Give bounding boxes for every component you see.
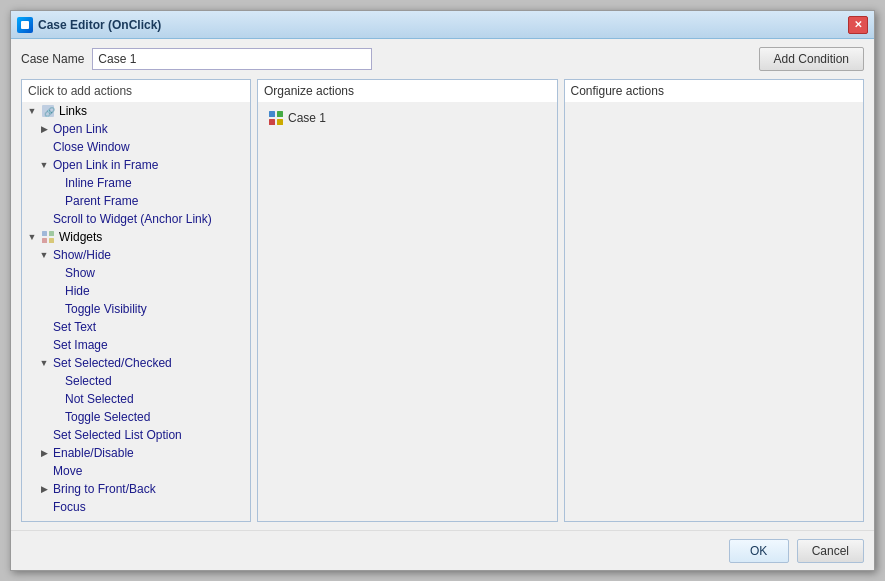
- tree-item-show-hide[interactable]: ▼ Show/Hide: [22, 246, 250, 264]
- case-name-label: Case Name: [21, 52, 84, 66]
- organize-case-item[interactable]: Case 1: [264, 108, 551, 128]
- set-image-label: Set Image: [53, 338, 108, 352]
- bottom-bar: OK Cancel: [11, 530, 874, 570]
- bring-to-front-back-label: Bring to Front/Back: [53, 482, 156, 496]
- links-icon: 🔗: [41, 104, 55, 118]
- tree-item-parent-frame[interactable]: ▶ Parent Frame: [22, 192, 250, 210]
- parent-frame-label: Parent Frame: [65, 194, 138, 208]
- tree-item-show[interactable]: ▶ Show: [22, 264, 250, 282]
- svg-rect-4: [42, 238, 47, 243]
- svg-text:🔗: 🔗: [44, 106, 55, 118]
- tree-item-enable-disable[interactable]: ▶ Enable/Disable: [22, 444, 250, 462]
- tree-area: ▼ 🔗 Links ▶ Open Link ▶: [22, 102, 250, 521]
- middle-panel: Organize actions Case 1: [257, 79, 558, 522]
- organize-case-label: Case 1: [288, 111, 326, 125]
- right-panel: Configure actions: [564, 79, 865, 522]
- selected-label: Selected: [65, 374, 112, 388]
- collapse-icon5: ▼: [38, 357, 50, 369]
- left-panel-header: Click to add actions: [22, 80, 250, 102]
- case-name-input[interactable]: [92, 48, 372, 70]
- move-label: Move: [53, 464, 82, 478]
- collapse-icon2: ▼: [38, 159, 50, 171]
- set-selected-checked-label: Set Selected/Checked: [53, 356, 172, 370]
- window-icon: [17, 17, 33, 33]
- panels-row: Click to add actions ▼ 🔗 Links: [21, 79, 864, 522]
- svg-rect-2: [42, 231, 47, 236]
- svg-rect-5: [49, 238, 54, 243]
- links-label: Links: [59, 104, 87, 118]
- tree-item-toggle-selected[interactable]: ▶ Toggle Selected: [22, 408, 250, 426]
- show-label: Show: [65, 266, 95, 280]
- organize-content: Case 1: [258, 102, 557, 521]
- tree-item-set-text[interactable]: ▶ Set Text: [22, 318, 250, 336]
- widgets-label: Widgets: [59, 230, 102, 244]
- tree-item-set-image[interactable]: ▶ Set Image: [22, 336, 250, 354]
- open-link-in-frame-label: Open Link in Frame: [53, 158, 158, 172]
- tree-item-toggle-visibility[interactable]: ▶ Toggle Visibility: [22, 300, 250, 318]
- collapse-icon4: ▼: [38, 249, 50, 261]
- expand-icon2: ▶: [38, 447, 50, 459]
- show-hide-label: Show/Hide: [53, 248, 111, 262]
- tree-item-focus[interactable]: ▶ Focus: [22, 498, 250, 516]
- tree-item-links[interactable]: ▼ 🔗 Links: [22, 102, 250, 120]
- toggle-selected-label: Toggle Selected: [65, 410, 150, 424]
- svg-rect-8: [269, 119, 275, 125]
- right-panel-header: Configure actions: [565, 80, 864, 102]
- ok-button[interactable]: OK: [729, 539, 789, 563]
- svg-rect-3: [49, 231, 54, 236]
- middle-panel-header: Organize actions: [258, 80, 557, 102]
- tree-item-not-selected[interactable]: ▶ Not Selected: [22, 390, 250, 408]
- svg-rect-7: [277, 111, 283, 117]
- case-item-icon: [268, 110, 284, 126]
- inline-frame-label: Inline Frame: [65, 176, 132, 190]
- cancel-button[interactable]: Cancel: [797, 539, 864, 563]
- toggle-visibility-label: Toggle Visibility: [65, 302, 147, 316]
- scroll-to-widget-label: Scroll to Widget (Anchor Link): [53, 212, 212, 226]
- set-selected-list-option-label: Set Selected List Option: [53, 428, 182, 442]
- tree-item-close-window[interactable]: ▶ Close Window: [22, 138, 250, 156]
- tree-item-set-selected-checked[interactable]: ▼ Set Selected/Checked: [22, 354, 250, 372]
- case-name-row: Case Name Add Condition: [21, 47, 864, 71]
- widgets-icon: [41, 230, 55, 244]
- focus-label: Focus: [53, 500, 86, 514]
- left-panel: Click to add actions ▼ 🔗 Links: [21, 79, 251, 522]
- svg-rect-6: [269, 111, 275, 117]
- window-close-button[interactable]: ✕: [848, 16, 868, 34]
- tree-item-set-selected-list-option[interactable]: ▶ Set Selected List Option: [22, 426, 250, 444]
- svg-rect-9: [277, 119, 283, 125]
- tree-item-scroll-to-widget[interactable]: ▶ Scroll to Widget (Anchor Link): [22, 210, 250, 228]
- expand-icon3: ▶: [38, 483, 50, 495]
- tree-item-open-link[interactable]: ▶ Open Link: [22, 120, 250, 138]
- expand-icon: ▶: [38, 123, 50, 135]
- tree-item-open-link-in-frame[interactable]: ▼ Open Link in Frame: [22, 156, 250, 174]
- tree-item-selected[interactable]: ▶ Selected: [22, 372, 250, 390]
- window-title: Case Editor (OnClick): [38, 18, 843, 32]
- tree-item-widgets[interactable]: ▼ Widgets: [22, 228, 250, 246]
- tree-item-inline-frame[interactable]: ▶ Inline Frame: [22, 174, 250, 192]
- collapse-icon3: ▼: [26, 231, 38, 243]
- content-area: Case Name Add Condition Click to add act…: [11, 39, 874, 530]
- tree-item-hide[interactable]: ▶ Hide: [22, 282, 250, 300]
- enable-disable-label: Enable/Disable: [53, 446, 134, 460]
- add-condition-button[interactable]: Add Condition: [759, 47, 864, 71]
- hide-label: Hide: [65, 284, 90, 298]
- set-text-label: Set Text: [53, 320, 96, 334]
- not-selected-label: Not Selected: [65, 392, 134, 406]
- close-window-label: Close Window: [53, 140, 130, 154]
- title-bar: Case Editor (OnClick) ✕: [11, 11, 874, 39]
- case-editor-window: Case Editor (OnClick) ✕ Case Name Add Co…: [10, 10, 875, 571]
- collapse-icon: ▼: [26, 105, 38, 117]
- tree-item-move[interactable]: ▶ Move: [22, 462, 250, 480]
- tree-scroll[interactable]: ▼ 🔗 Links ▶ Open Link ▶: [22, 102, 250, 521]
- tree-item-bring-to-front-back[interactable]: ▶ Bring to Front/Back: [22, 480, 250, 498]
- open-link-label: Open Link: [53, 122, 108, 136]
